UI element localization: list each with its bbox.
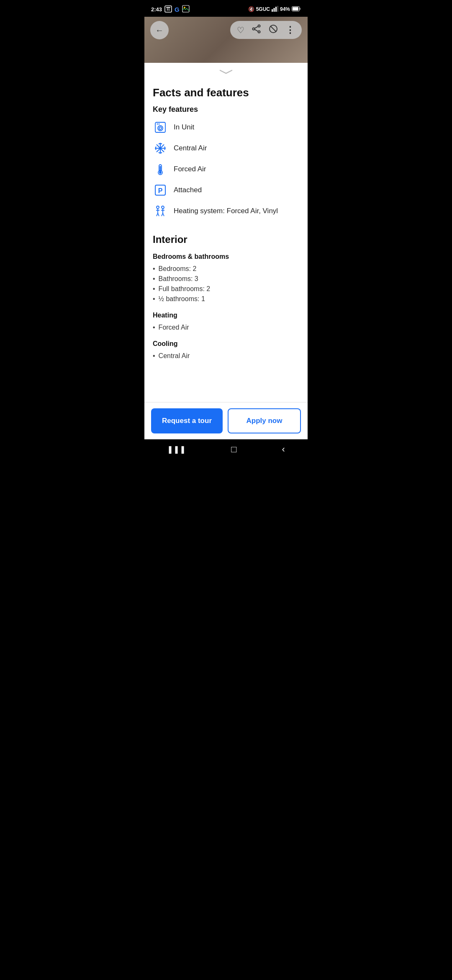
back-nav-icon[interactable]: ‹ xyxy=(282,444,285,455)
list-item: Full bathrooms: 2 xyxy=(153,284,299,294)
svg-point-47 xyxy=(162,206,164,209)
back-icon: ← xyxy=(155,26,164,35)
feature-item-attached: P Attached xyxy=(153,183,299,198)
svg-point-23 xyxy=(159,124,160,125)
snowflake-icon xyxy=(153,141,168,156)
svg-point-39 xyxy=(159,171,162,174)
bedrooms-bathrooms-section: Bedrooms & bathrooms Bedrooms: 2 Bathroo… xyxy=(153,253,299,304)
mute-icon: 🔇 xyxy=(248,6,254,12)
google-icon: G xyxy=(175,6,180,13)
svg-point-21 xyxy=(159,127,162,129)
page-title: Facts and features xyxy=(153,79,299,105)
svg-line-16 xyxy=(254,26,258,28)
heating-system-icon xyxy=(153,204,168,219)
thermometer-icon xyxy=(153,162,168,177)
home-icon[interactable]: □ xyxy=(231,444,236,455)
share-icon[interactable] xyxy=(252,24,261,36)
list-item: ½ bathrooms: 1 xyxy=(153,294,299,304)
svg-text:31: 31 xyxy=(167,8,170,11)
heating-section: Heating Forced Air xyxy=(153,312,299,333)
feature-item-in-unit: In Unit xyxy=(153,120,299,135)
request-tour-button[interactable]: Request a tour xyxy=(151,408,223,433)
list-item: Bedrooms: 2 xyxy=(153,264,299,274)
status-right: 🔇 5GUC 94% xyxy=(248,6,301,13)
calendar-icon: 31 xyxy=(164,5,172,14)
svg-point-22 xyxy=(157,124,158,125)
network-label: 5GUC xyxy=(256,6,270,12)
svg-point-13 xyxy=(253,28,255,30)
bottom-bar: Request a tour Apply now xyxy=(144,402,308,439)
svg-point-12 xyxy=(258,25,260,27)
cooling-title: Cooling xyxy=(153,340,299,348)
svg-rect-10 xyxy=(293,7,298,10)
svg-line-18 xyxy=(270,26,276,32)
interior-title: Interior xyxy=(153,234,299,245)
svg-point-42 xyxy=(157,206,159,209)
svg-rect-7 xyxy=(275,7,277,12)
svg-rect-5 xyxy=(272,9,273,12)
signal-bars xyxy=(272,6,278,13)
cooling-list: Central Air xyxy=(153,351,299,361)
bedrooms-bathrooms-list: Bedrooms: 2 Bathrooms: 3 Full bathrooms:… xyxy=(153,264,299,304)
svg-rect-38 xyxy=(160,166,161,170)
status-left: 2:43 31 G xyxy=(151,5,190,14)
recent-apps-icon[interactable]: ❚❚❚ xyxy=(167,445,186,454)
list-item: Central Air xyxy=(153,351,299,361)
feature-item-heating-system: Heating system: Forced Air, Vinyl xyxy=(153,204,299,219)
battery-icon xyxy=(292,6,301,13)
svg-text:P: P xyxy=(158,187,163,194)
top-actions: ♡ ⋮ xyxy=(230,21,302,39)
status-bar: 2:43 31 G 🔇 5GUC xyxy=(144,0,308,17)
back-button[interactable]: ← xyxy=(150,21,169,39)
block-icon[interactable] xyxy=(269,24,278,36)
heating-system-label: Heating system: Forced Air, Vinyl xyxy=(174,207,278,215)
feature-list: In Unit Central Air xyxy=(153,120,299,219)
heating-list: Forced Air xyxy=(153,322,299,333)
interior-section: Interior Bedrooms & bathrooms Bedrooms: … xyxy=(153,227,299,361)
key-features-label: Key features xyxy=(153,105,299,114)
feature-item-central-air: Central Air xyxy=(153,141,299,156)
heating-title: Heating xyxy=(153,312,299,319)
svg-rect-8 xyxy=(277,6,278,12)
svg-line-46 xyxy=(158,213,159,216)
nav-bar: ❚❚❚ □ ‹ xyxy=(144,439,308,461)
image-area: ← ♡ ⋮ xyxy=(144,17,308,63)
battery-label: 94% xyxy=(280,6,290,12)
list-item: Forced Air xyxy=(153,322,299,333)
svg-point-14 xyxy=(258,31,260,33)
cooling-section: Cooling Central Air xyxy=(153,340,299,361)
svg-rect-6 xyxy=(273,8,275,12)
central-air-label: Central Air xyxy=(174,144,207,152)
main-content: Facts and features Key features In Unit xyxy=(144,79,308,402)
parking-icon: P xyxy=(153,183,168,198)
in-unit-label: In Unit xyxy=(174,123,194,132)
favorite-icon[interactable]: ♡ xyxy=(237,25,244,35)
feature-item-forced-air: Forced Air xyxy=(153,162,299,177)
attached-label: Attached xyxy=(174,186,202,194)
washer-icon xyxy=(153,120,168,135)
svg-line-15 xyxy=(254,29,258,31)
chevron-handle xyxy=(144,63,308,79)
apply-now-button[interactable]: Apply now xyxy=(228,408,301,433)
forced-air-label: Forced Air xyxy=(174,165,206,173)
svg-point-20 xyxy=(158,126,163,131)
time: 2:43 xyxy=(151,6,162,13)
svg-line-51 xyxy=(163,213,164,216)
more-icon[interactable]: ⋮ xyxy=(285,25,295,36)
bedrooms-bathrooms-title: Bedrooms & bathrooms xyxy=(153,253,299,260)
list-item: Bathrooms: 3 xyxy=(153,274,299,284)
svg-rect-11 xyxy=(300,8,300,10)
photos-icon xyxy=(182,5,190,14)
